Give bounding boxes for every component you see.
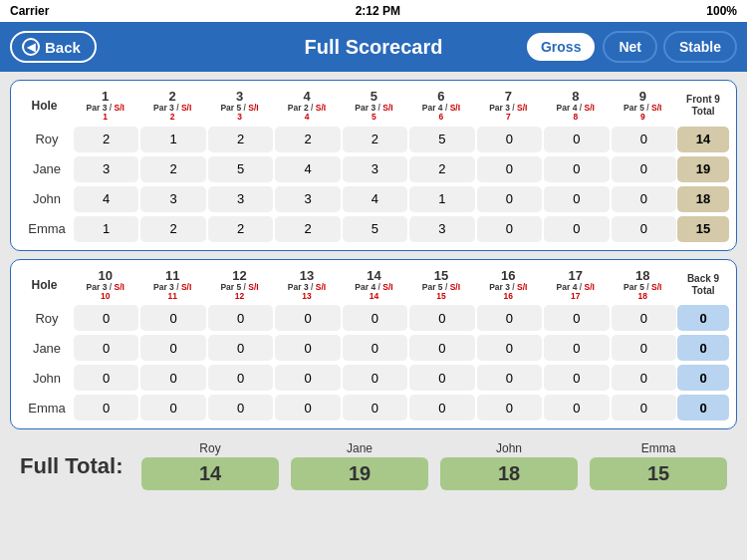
score-cell[interactable]: 0 bbox=[72, 303, 138, 333]
score-cell[interactable]: 0 bbox=[610, 363, 677, 393]
hole-1-header: 1Par 3 / S/I1 bbox=[72, 87, 138, 125]
score-cell[interactable]: 2 bbox=[273, 125, 340, 154]
hole-6-header: 6Par 4 / S/I6 bbox=[407, 87, 474, 125]
full-total-player-value: 15 bbox=[590, 457, 727, 490]
player-name: Emma bbox=[17, 214, 72, 244]
hole-4-header: 4Par 2 / S/I4 bbox=[273, 87, 340, 125]
score-cell[interactable]: 4 bbox=[72, 184, 138, 214]
carrier-text: Carrier bbox=[10, 4, 49, 18]
score-cell[interactable]: 0 bbox=[206, 303, 273, 333]
score-cell[interactable]: 5 bbox=[407, 125, 474, 154]
score-cell[interactable]: 0 bbox=[273, 393, 340, 422]
score-cell[interactable]: 0 bbox=[138, 393, 205, 422]
score-cell[interactable]: 0 bbox=[341, 303, 407, 333]
score-cell[interactable]: 2 bbox=[341, 125, 407, 154]
score-cell[interactable]: 0 bbox=[610, 303, 677, 333]
table-row: John43334100018 bbox=[17, 184, 730, 214]
full-total-player: Jane 19 bbox=[291, 441, 428, 490]
score-cell[interactable]: 0 bbox=[273, 333, 340, 363]
score-cell[interactable]: 3 bbox=[206, 184, 273, 214]
score-cell[interactable]: 0 bbox=[542, 125, 609, 154]
score-cell[interactable]: 0 bbox=[610, 214, 677, 244]
score-cell[interactable]: 5 bbox=[341, 214, 407, 244]
score-cell[interactable]: 5 bbox=[206, 154, 273, 184]
full-total-players: Roy 14 Jane 19 John 18 Emma 15 bbox=[141, 441, 727, 490]
hole-5-header: 5Par 3 / S/I5 bbox=[341, 87, 407, 125]
score-cell[interactable]: 0 bbox=[542, 154, 609, 184]
score-cell[interactable]: 2 bbox=[72, 125, 138, 154]
score-cell[interactable]: 0 bbox=[138, 363, 205, 393]
score-cell[interactable]: 0 bbox=[407, 393, 474, 422]
table-row: Emma0000000000 bbox=[17, 393, 730, 422]
full-total-player: John 18 bbox=[440, 441, 578, 490]
score-cell[interactable]: 0 bbox=[542, 303, 609, 333]
tab-gross[interactable]: Gross bbox=[525, 31, 597, 63]
score-cell[interactable]: 0 bbox=[407, 333, 474, 363]
score-cell[interactable]: 2 bbox=[206, 214, 273, 244]
score-cell[interactable]: 0 bbox=[72, 363, 138, 393]
player-name: Jane bbox=[17, 333, 72, 363]
player-name: John bbox=[17, 184, 72, 214]
score-cell[interactable]: 2 bbox=[138, 214, 205, 244]
hole-label: Hole bbox=[17, 87, 72, 125]
score-cell[interactable]: 1 bbox=[407, 184, 474, 214]
score-cell[interactable]: 0 bbox=[341, 333, 407, 363]
score-cell[interactable]: 0 bbox=[610, 154, 677, 184]
score-cell[interactable]: 0 bbox=[407, 363, 474, 393]
full-total-player-name: Emma bbox=[641, 441, 676, 455]
score-cell[interactable]: 2 bbox=[407, 154, 474, 184]
tab-net[interactable]: Net bbox=[603, 31, 657, 63]
score-cell[interactable]: 3 bbox=[341, 154, 407, 184]
score-cell[interactable]: 3 bbox=[273, 184, 340, 214]
score-cell[interactable]: 2 bbox=[138, 154, 205, 184]
score-cell[interactable]: 0 bbox=[542, 184, 609, 214]
score-cell[interactable]: 0 bbox=[341, 393, 407, 422]
score-cell[interactable]: 3 bbox=[407, 214, 474, 244]
score-cell[interactable]: 0 bbox=[542, 393, 609, 422]
score-cell[interactable]: 3 bbox=[138, 184, 205, 214]
score-cell[interactable]: 0 bbox=[273, 303, 340, 333]
score-cell[interactable]: 0 bbox=[206, 363, 273, 393]
score-cell[interactable]: 0 bbox=[475, 184, 542, 214]
score-cell[interactable]: 0 bbox=[407, 303, 474, 333]
score-cell[interactable]: 0 bbox=[475, 333, 542, 363]
back9-total-cell: 0 bbox=[676, 303, 730, 333]
front9-total-header: Front 9Total bbox=[676, 87, 730, 125]
score-cell[interactable]: 0 bbox=[610, 125, 677, 154]
hole-15-header: 15Par 5 / S/I15 bbox=[407, 266, 474, 304]
score-cell[interactable]: 0 bbox=[542, 363, 609, 393]
back9-table: Hole 10Par 3 / S/I10 11Par 3 / S/I11 12P… bbox=[17, 266, 730, 423]
score-cell[interactable]: 0 bbox=[610, 393, 677, 422]
hole-10-header: 10Par 3 / S/I10 bbox=[72, 266, 138, 304]
score-cell[interactable]: 0 bbox=[475, 214, 542, 244]
front9-section: Hole 1Par 3 / S/I1 2Par 3 / S/I2 3Par 5 … bbox=[10, 80, 737, 251]
front9-total-cell: 14 bbox=[676, 125, 730, 154]
score-cell[interactable]: 0 bbox=[72, 393, 138, 422]
back-button[interactable]: ◀ Back bbox=[10, 31, 97, 63]
score-cell[interactable]: 0 bbox=[206, 393, 273, 422]
score-cell[interactable]: 1 bbox=[138, 125, 205, 154]
score-cell[interactable]: 0 bbox=[542, 214, 609, 244]
score-cell[interactable]: 0 bbox=[341, 363, 407, 393]
score-cell[interactable]: 0 bbox=[273, 363, 340, 393]
score-cell[interactable]: 0 bbox=[138, 333, 205, 363]
score-cell[interactable]: 0 bbox=[475, 393, 542, 422]
score-cell[interactable]: 3 bbox=[72, 154, 138, 184]
score-cell[interactable]: 2 bbox=[273, 214, 340, 244]
score-cell[interactable]: 0 bbox=[72, 333, 138, 363]
score-cell[interactable]: 0 bbox=[610, 184, 677, 214]
score-cell[interactable]: 0 bbox=[475, 125, 542, 154]
score-cell[interactable]: 0 bbox=[475, 363, 542, 393]
score-cell[interactable]: 4 bbox=[273, 154, 340, 184]
score-cell[interactable]: 0 bbox=[475, 154, 542, 184]
score-cell[interactable]: 0 bbox=[206, 333, 273, 363]
score-cell[interactable]: 0 bbox=[475, 303, 542, 333]
tab-stable[interactable]: Stable bbox=[663, 31, 737, 63]
score-cell[interactable]: 1 bbox=[72, 214, 138, 244]
score-cell[interactable]: 0 bbox=[610, 333, 677, 363]
score-cell[interactable]: 2 bbox=[206, 125, 273, 154]
score-cell[interactable]: 0 bbox=[138, 303, 205, 333]
score-cell[interactable]: 0 bbox=[542, 333, 609, 363]
table-row: Jane0000000000 bbox=[17, 333, 730, 363]
score-cell[interactable]: 4 bbox=[341, 184, 407, 214]
